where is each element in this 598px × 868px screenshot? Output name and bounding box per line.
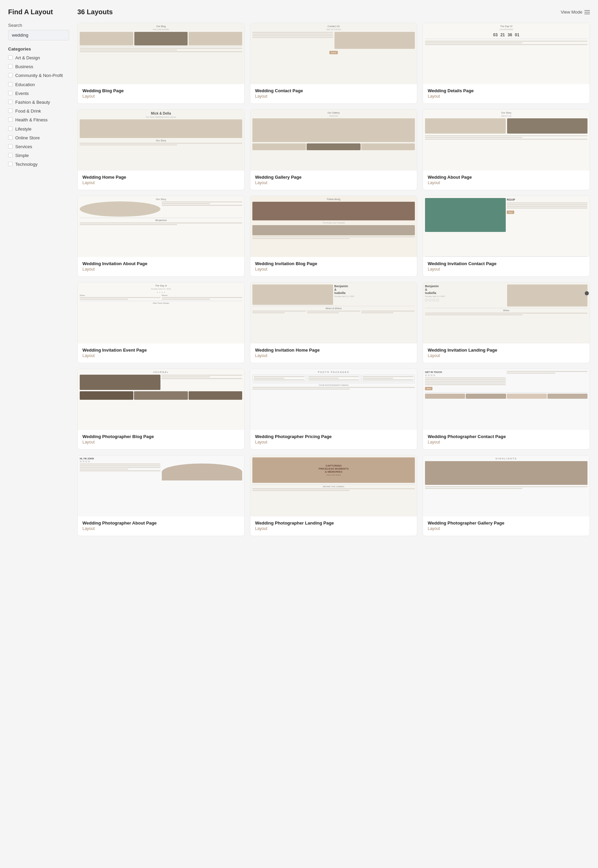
category-checkbox-online-store[interactable] [8, 135, 12, 140]
card-preview-9: The Day of Sunday April 12, 2022 ♦ ♦ ♦ ♦… [78, 282, 244, 343]
layout-card-0[interactable]: Our Blog FOLLOW ALONG [77, 23, 245, 104]
view-mode-label: View Mode [561, 9, 582, 15]
category-item-technology[interactable]: Technology [8, 161, 69, 167]
category-item-services[interactable]: Services [8, 144, 69, 150]
category-checkbox-events[interactable] [8, 91, 12, 95]
category-item-online-store[interactable]: Online Store [8, 135, 69, 141]
card-preview-3: Mick & Della Our Story Wedding Home Layo… [78, 109, 244, 170]
category-item-business[interactable]: Business [8, 64, 69, 70]
category-item-art[interactable]: Art & Design [8, 55, 69, 61]
category-checkbox-health[interactable] [8, 117, 12, 122]
category-checkbox-technology[interactable] [8, 162, 12, 166]
card-type-15: Layout [82, 526, 239, 531]
category-name-simple: Simple [15, 152, 29, 159]
card-type-5: Layout [428, 180, 585, 185]
card-title-12: Wedding Photographer Blog Page [82, 434, 239, 439]
category-checkbox-community[interactable] [8, 73, 12, 77]
category-item-events[interactable]: Events [8, 91, 69, 97]
card-preview-1: Contact US GET IN TOUCH [250, 23, 417, 84]
card-info-1: Wedding Contact Page Layout [250, 84, 417, 103]
category-name-business: Business [15, 64, 33, 70]
card-type-10: Layout [255, 353, 412, 358]
category-name-art: Art & Design [15, 55, 40, 61]
category-item-food[interactable]: Food & Drink [8, 108, 69, 114]
card-title-4: Wedding Gallery Page [255, 174, 412, 180]
category-item-simple[interactable]: Simple [8, 152, 69, 159]
main-content: 36 Layouts View Mode Our Blog FOLLOW ALO… [77, 8, 590, 860]
card-preview-14: GET IN TOUCH [423, 369, 589, 430]
card-preview-17: HIGHLIGHTS [423, 455, 589, 516]
category-checkbox-art[interactable] [8, 55, 12, 60]
card-title-3: Wedding Home Page [82, 174, 239, 180]
category-checkbox-services[interactable] [8, 144, 12, 149]
layout-card-2[interactable]: The Day Of COUNTDOWN 03 21 36 01 [423, 23, 590, 104]
category-checkbox-fashion[interactable] [8, 100, 12, 104]
card-type-8: Layout [428, 267, 585, 271]
layout-card-10[interactable]: Benjamin&Isabella Sunday April 12, 2022 … [250, 282, 417, 363]
card-type-13: Layout [255, 440, 412, 444]
layout-card-17[interactable]: HIGHLIGHTS Wedding Photographer Gallery … [423, 455, 590, 536]
card-preview-16: CAPTURINGPRICELESS MOMENTS& MEMORIES DIS… [250, 455, 417, 516]
card-type-9: Layout [82, 353, 239, 358]
layouts-count: 36 Layouts [77, 8, 113, 16]
category-name-lifestyle: Lifestyle [15, 126, 31, 132]
card-title-11: Wedding Invitation Landing Page [428, 347, 585, 353]
card-info-15: Wedding Photographer About Page Layout [78, 516, 244, 536]
card-info-0: Wedding Blog Page Layout [78, 84, 244, 103]
category-name-technology: Technology [15, 161, 37, 167]
card-info-14: Wedding Photographer Contact Page Layout [423, 430, 589, 449]
layout-card-4[interactable]: Our Gallery PHOTOS Wedding Gallery Page … [250, 109, 417, 190]
card-title-0: Wedding Blog Page [82, 88, 239, 93]
category-item-lifestyle[interactable]: Lifestyle [8, 126, 69, 132]
search-label: Search [8, 23, 69, 28]
card-type-0: Layout [82, 94, 239, 98]
card-preview-7: Follow Along The Road Less Traveled [250, 196, 417, 257]
card-preview-5: Our Story ABOUT US [423, 109, 589, 170]
card-title-13: Wedding Photographer Pricing Page [255, 434, 412, 439]
card-info-3: Wedding Home Page Layout [78, 170, 244, 190]
card-type-4: Layout [255, 180, 412, 185]
search-input[interactable] [8, 30, 69, 40]
card-title-16: Wedding Photographer Landing Page [255, 521, 412, 525]
card-type-7: Layout [255, 267, 412, 271]
category-item-education[interactable]: Education [8, 82, 69, 88]
category-checkbox-lifestyle[interactable] [8, 127, 12, 131]
card-preview-15: HI, I'M JOHN [78, 455, 244, 516]
card-title-15: Wedding Photographer About Page [82, 521, 239, 525]
category-checkbox-business[interactable] [8, 64, 12, 69]
category-item-health[interactable]: Health & Fitness [8, 117, 69, 123]
layout-card-3[interactable]: Mick & Della Our Story Wedding Home Layo… [77, 109, 245, 190]
card-title-1: Wedding Contact Page [255, 88, 412, 93]
categories-label: Categories [8, 46, 69, 52]
layout-card-9[interactable]: The Day of Sunday April 12, 2022 ♦ ♦ ♦ ♦… [77, 282, 245, 363]
card-preview-4: Our Gallery PHOTOS [250, 109, 417, 170]
layout-card-12[interactable]: JOURNAL [77, 368, 245, 450]
layout-card-15[interactable]: HI, I'M JOHN [77, 455, 245, 536]
layout-card-7[interactable]: Follow Along The Road Less Traveled Wedd… [250, 195, 417, 277]
layout-card-13[interactable]: PHOTO PACKAGES [250, 368, 417, 450]
layout-card-11[interactable]: Benjamin&Isabella Sunday April 12, 2022 [423, 282, 590, 363]
card-type-12: Layout [82, 440, 239, 444]
category-item-community[interactable]: Community & Non-Profit [8, 73, 69, 79]
layout-card-6[interactable]: Our Story Ben [77, 195, 245, 277]
card-type-14: Layout [428, 440, 585, 444]
sidebar-title: Find A Layout [8, 8, 69, 16]
layout-card-5[interactable]: Our Story ABOUT US Wed [423, 109, 590, 190]
main-header: 36 Layouts View Mode [77, 8, 590, 16]
card-title-7: Wedding Invitation Blog Page [255, 261, 412, 266]
layout-card-1[interactable]: Contact US GET IN TOUCH [250, 23, 417, 104]
card-title-14: Wedding Photographer Contact Page [428, 434, 585, 439]
category-name-services: Services [15, 144, 32, 150]
layout-card-14[interactable]: GET IN TOUCH [423, 368, 590, 450]
category-item-fashion[interactable]: Fashion & Beauty [8, 99, 69, 106]
layout-card-16[interactable]: CAPTURINGPRICELESS MOMENTS& MEMORIES DIS… [250, 455, 417, 536]
card-preview-11: Benjamin&Isabella Sunday April 12, 2022 [423, 282, 589, 343]
view-mode-toggle[interactable]: View Mode [561, 9, 590, 15]
layout-card-8[interactable]: RSVP Send [423, 195, 590, 277]
card-preview-2: The Day Of COUNTDOWN 03 21 36 01 [423, 23, 589, 84]
category-checkbox-food[interactable] [8, 109, 12, 113]
category-checkbox-simple[interactable] [8, 153, 12, 157]
view-mode-icon [585, 10, 590, 14]
card-info-4: Wedding Gallery Page Layout [250, 170, 417, 190]
category-checkbox-education[interactable] [8, 82, 12, 87]
